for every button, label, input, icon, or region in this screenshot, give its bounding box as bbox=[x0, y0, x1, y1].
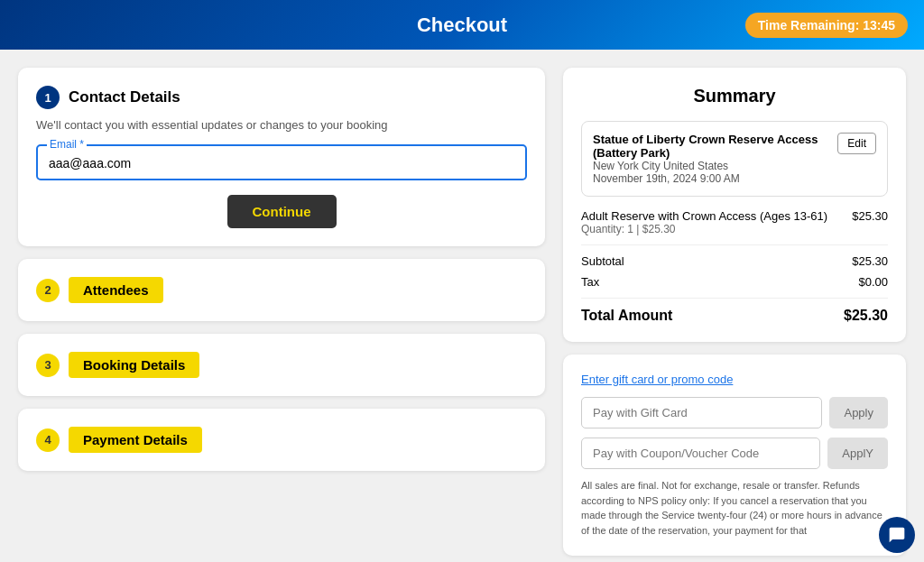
step-2-badge: 2 bbox=[36, 279, 60, 302]
adult-item-name: Adult Reserve with Crown Access (Ages 13… bbox=[581, 209, 827, 223]
booking-date: November 19th, 2024 9:00 AM bbox=[593, 172, 837, 185]
chat-bubble[interactable] bbox=[879, 517, 915, 553]
divider-2 bbox=[581, 298, 888, 299]
fine-print: All sales are final. Not for exchange, r… bbox=[581, 478, 888, 538]
booking-location: New York City United States bbox=[593, 160, 837, 172]
payment-section-title: Payment Details bbox=[69, 427, 202, 453]
email-label: Email * bbox=[47, 138, 87, 151]
line-item-adult: Adult Reserve with Crown Access (Ages 13… bbox=[581, 209, 888, 235]
main-content: 1 Contact Details We'll contact you with… bbox=[0, 50, 924, 562]
step-3-badge: 3 bbox=[36, 354, 60, 377]
contact-section-header: 1 Contact Details bbox=[36, 86, 527, 109]
tax-row: Tax $0.00 bbox=[581, 275, 888, 289]
subtotal-label: Subtotal bbox=[581, 254, 624, 268]
payment-section-header: 4 Payment Details bbox=[36, 427, 202, 453]
contact-details-card: 1 Contact Details We'll contact you with… bbox=[18, 68, 545, 246]
coupon-row: ApplY bbox=[581, 438, 888, 469]
total-label: Total Amount bbox=[581, 308, 672, 324]
payment-details-card: 4 Payment Details bbox=[18, 409, 545, 471]
booking-info: Statue of Liberty Crown Reserve Access (… bbox=[593, 133, 837, 185]
promo-link[interactable]: Enter gift card or promo code bbox=[581, 373, 888, 386]
right-panel: Summary Statue of Liberty Crown Reserve … bbox=[563, 68, 906, 556]
adult-item-price: $25.30 bbox=[852, 209, 888, 235]
edit-button[interactable]: Edit bbox=[837, 133, 876, 154]
header: Checkout Time Remaining: 13:45 bbox=[0, 0, 924, 50]
subtotal-value: $25.30 bbox=[852, 254, 888, 268]
booking-section-title: Booking Details bbox=[69, 352, 199, 378]
left-panel: 1 Contact Details We'll contact you with… bbox=[18, 68, 545, 556]
step-1-badge: 1 bbox=[36, 86, 60, 109]
subtotal-row: Subtotal $25.30 bbox=[581, 254, 888, 268]
total-value: $25.30 bbox=[844, 308, 888, 324]
attendees-title: Attendees bbox=[69, 277, 163, 303]
email-input[interactable] bbox=[49, 156, 514, 170]
email-field-wrapper: Email * bbox=[36, 144, 527, 180]
line-item-name-desc: Adult Reserve with Crown Access (Ages 13… bbox=[581, 209, 827, 235]
booking-item: Statue of Liberty Crown Reserve Access (… bbox=[581, 121, 888, 197]
contact-subtitle: We'll contact you with essential updates… bbox=[36, 118, 527, 132]
adult-item-desc: Quantity: 1 | $25.30 bbox=[581, 223, 827, 235]
booking-section-header: 3 Booking Details bbox=[36, 352, 199, 378]
tax-value: $0.00 bbox=[858, 275, 888, 289]
attendees-section-header: 2 Attendees bbox=[36, 277, 163, 303]
gift-card-apply-button[interactable]: Apply bbox=[829, 397, 888, 428]
chat-icon bbox=[888, 526, 906, 544]
coupon-apply-button[interactable]: ApplY bbox=[827, 438, 888, 469]
step-4-badge: 4 bbox=[36, 428, 60, 452]
tax-label: Tax bbox=[581, 275, 599, 289]
gift-card-row: Apply bbox=[581, 397, 888, 428]
contact-section-title: Contact Details bbox=[69, 88, 180, 106]
total-row: Total Amount $25.30 bbox=[581, 308, 888, 324]
attendees-card: 2 Attendees bbox=[18, 259, 545, 321]
promo-card: Enter gift card or promo code Apply Appl… bbox=[563, 355, 906, 556]
timer-badge: Time Remaining: 13:45 bbox=[745, 13, 908, 38]
page-title: Checkout bbox=[417, 14, 507, 37]
gift-card-input[interactable] bbox=[581, 397, 822, 428]
coupon-input[interactable] bbox=[581, 438, 820, 469]
booking-details-card: 3 Booking Details bbox=[18, 334, 545, 396]
divider-1 bbox=[581, 244, 888, 245]
summary-card: Summary Statue of Liberty Crown Reserve … bbox=[563, 68, 906, 342]
summary-title: Summary bbox=[581, 86, 888, 106]
booking-name: Statue of Liberty Crown Reserve Access (… bbox=[593, 133, 837, 160]
continue-button[interactable]: Continue bbox=[227, 195, 337, 228]
